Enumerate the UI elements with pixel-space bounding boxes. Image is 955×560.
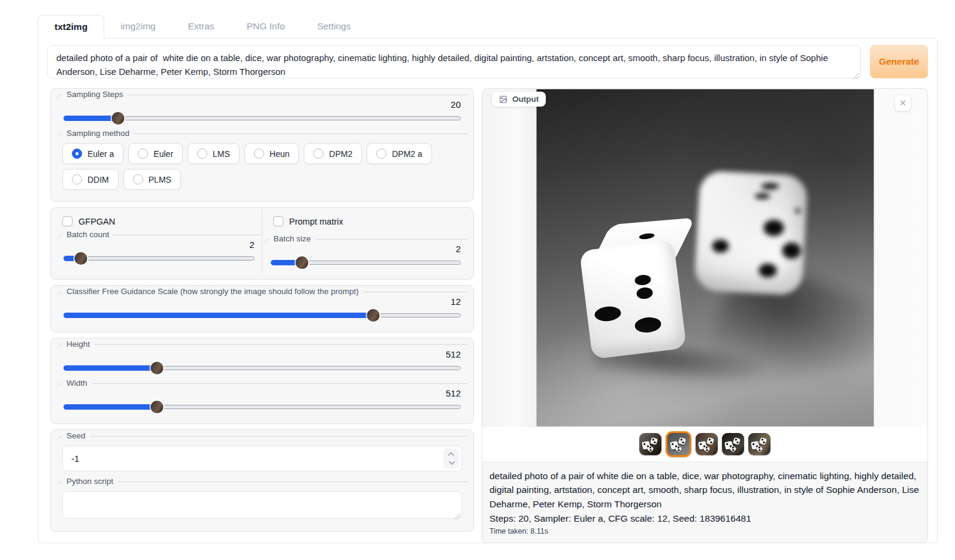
batch-size-label: Batch size: [270, 234, 315, 243]
gallery-thumbnail-4[interactable]: [722, 433, 744, 455]
gallery-thumbnail-5[interactable]: [748, 433, 770, 455]
width-value: 512: [61, 388, 463, 398]
output-panel: Output ✕: [482, 88, 928, 543]
batch-count-group: Batch count 2: [56, 235, 262, 274]
batch-size-slider-thumb[interactable]: [295, 256, 308, 269]
stepper-up-icon[interactable]: [448, 452, 454, 458]
generated-image-dice: [536, 89, 874, 426]
sampling-method-options: Euler aEulerLMSHeunDPM2DPM2 aDDIMPLMS: [61, 142, 463, 192]
prompt-input[interactable]: detailed photo of a pair of white die on…: [47, 45, 861, 78]
height-group: Height 512: [56, 344, 468, 379]
cfg-slider-thumb[interactable]: [367, 309, 380, 322]
tab-bar: txt2imgimg2imgExtrasPNG InfoSettings: [38, 15, 955, 38]
sampler-option-label: DPM2: [329, 149, 352, 159]
batch-size-group: Batch size 2: [264, 239, 469, 274]
output-header: Output: [492, 92, 546, 107]
sampler-option-label: DPM2 a: [392, 149, 422, 159]
tab-settings[interactable]: Settings: [301, 15, 367, 38]
batch-count-label: Batch count: [62, 230, 113, 239]
caption-prompt-text: detailed photo of a pair of white die on…: [489, 469, 920, 511]
width-group: Width 512: [56, 383, 468, 418]
generate-button[interactable]: Generate: [870, 45, 928, 78]
sampling-steps-slider[interactable]: [64, 111, 461, 125]
sampling-method-group: Sampling method Euler aEulerLMSHeunDPM2D…: [56, 134, 468, 196]
seed-input[interactable]: [62, 446, 462, 471]
settings-column: Sampling Steps 20 Sampling method Euler …: [47, 88, 474, 532]
prompt-row: detailed photo of a pair of white die on…: [47, 45, 928, 81]
gallery-thumbnail-3[interactable]: [696, 433, 718, 455]
batch-count-slider[interactable]: [64, 252, 255, 265]
sampler-option-label: LMS: [213, 149, 230, 159]
cfg-label: Classifier Free Guidance Scale (how stro…: [62, 287, 363, 296]
tab-txt2img[interactable]: txt2img: [38, 15, 104, 39]
tab-png-info[interactable]: PNG Info: [231, 15, 301, 38]
cfg-group: Classifier Free Guidance Scale (how stro…: [56, 292, 468, 326]
batch-size-value: 2: [268, 244, 464, 254]
seed-group: Seed: [56, 436, 468, 477]
height-slider[interactable]: [64, 361, 461, 374]
sampling-method-label: Sampling method: [62, 129, 134, 138]
batch-count-slider-thumb[interactable]: [74, 252, 87, 265]
sampler-option-dpm2[interactable]: DPM2: [304, 143, 362, 164]
gfpgan-label: GFPGAN: [78, 217, 115, 226]
width-slider-thumb[interactable]: [150, 401, 163, 413]
width-slider[interactable]: [64, 400, 461, 413]
dimensions-panel: Height 512 Width 512: [50, 338, 474, 424]
sampler-option-heun[interactable]: Heun: [244, 143, 299, 164]
cfg-slider[interactable]: [64, 308, 461, 322]
batch-panel: GFPGAN Prompt matrix Batch count 2: [50, 207, 474, 280]
sampling-panel: Sampling Steps 20 Sampling method Euler …: [50, 88, 474, 202]
sampler-option-lms[interactable]: LMS: [188, 143, 240, 164]
caption-params-text: Steps: 20, Sampler: Euler a, CFG scale: …: [489, 511, 920, 525]
cfg-panel: Classifier Free Guidance Scale (how stro…: [50, 285, 474, 332]
sampler-option-dpm2-a[interactable]: DPM2 a: [367, 143, 432, 164]
app-root: txt2imgimg2imgExtrasPNG InfoSettings det…: [0, 0, 955, 543]
die-blurred: [697, 173, 808, 299]
radio-icon: [138, 149, 148, 159]
prompt-matrix-checkbox[interactable]: [273, 216, 283, 226]
die-focused: [584, 220, 689, 358]
sampler-option-plms[interactable]: PLMS: [123, 169, 181, 190]
stepper-down-icon[interactable]: [449, 459, 455, 465]
output-header-label: Output: [512, 95, 539, 104]
python-script-input[interactable]: [62, 491, 462, 519]
seed-stepper[interactable]: [443, 449, 459, 468]
batch-count-value: 2: [61, 240, 257, 250]
sampler-option-euler[interactable]: Euler: [128, 143, 183, 164]
height-label: Height: [62, 340, 94, 349]
sampler-option-label: PLMS: [149, 175, 171, 184]
prompt-matrix-option[interactable]: Prompt matrix: [262, 210, 469, 235]
sampling-steps-value: 20: [61, 99, 463, 110]
radio-icon: [133, 174, 143, 184]
radio-icon: [72, 149, 82, 159]
radio-icon: [254, 149, 264, 159]
sampler-option-label: Heun: [270, 149, 289, 159]
sampler-option-euler-a[interactable]: Euler a: [62, 143, 123, 164]
height-slider-thumb[interactable]: [150, 362, 163, 374]
output-gallery: [482, 427, 927, 462]
output-image-stage: [482, 89, 927, 427]
height-value: 512: [61, 349, 463, 359]
seed-script-panel: Seed Python script: [50, 429, 474, 532]
caption-time-text: Time taken: 8.11s: [489, 527, 920, 535]
gfpgan-checkbox[interactable]: [62, 216, 72, 226]
txt2img-panel: detailed photo of a pair of white die on…: [38, 38, 938, 543]
radio-icon: [72, 174, 82, 184]
seed-label: Seed: [62, 431, 90, 440]
radio-icon: [197, 149, 207, 159]
dice-shadow: [592, 339, 780, 393]
python-script-label: Python script: [62, 477, 117, 486]
output-caption: detailed photo of a pair of white die on…: [482, 462, 927, 543]
output-column: Output ✕: [482, 88, 928, 543]
tab-img2img[interactable]: img2img: [104, 15, 172, 38]
batch-size-slider[interactable]: [271, 256, 461, 269]
sampler-option-label: DDIM: [87, 175, 109, 184]
python-script-group: Python script: [56, 482, 468, 526]
gallery-thumbnail-1[interactable]: [639, 433, 661, 455]
close-output-button[interactable]: ✕: [895, 95, 911, 111]
sampler-option-ddim[interactable]: DDIM: [62, 169, 119, 190]
sampling-steps-slider-thumb[interactable]: [111, 112, 124, 125]
tab-extras[interactable]: Extras: [172, 15, 231, 38]
gallery-thumbnail-2-selected[interactable]: [666, 431, 691, 457]
prompt-matrix-label: Prompt matrix: [289, 217, 343, 226]
